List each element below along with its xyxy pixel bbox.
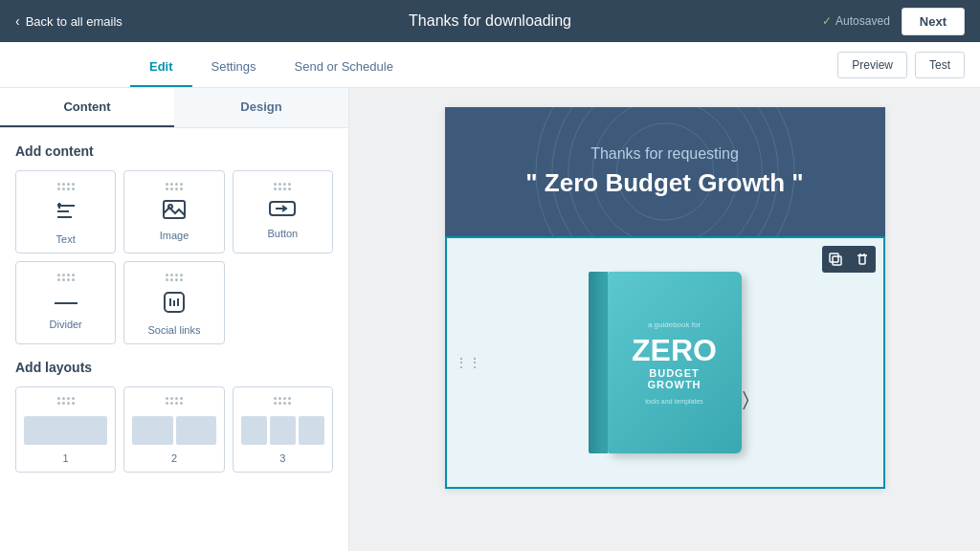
tab-edit[interactable]: Edit	[130, 59, 192, 87]
social-links-icon	[163, 291, 186, 319]
section-drag-handle[interactable]: ⋮⋮	[455, 355, 481, 370]
svg-rect-17	[833, 256, 841, 265]
tab-settings[interactable]: Settings	[192, 59, 276, 87]
layout-1-label: 1	[63, 452, 69, 464]
layout-item-1[interactable]: 1	[15, 386, 116, 473]
add-layouts-title: Add layouts	[15, 360, 333, 375]
panel-tab-content[interactable]: Content	[0, 88, 174, 127]
image-item-label: Image	[160, 230, 189, 241]
delete-section-button[interactable]	[851, 248, 874, 271]
content-item-image[interactable]: Image	[123, 170, 224, 253]
test-button[interactable]: Test	[915, 52, 965, 78]
panel-tabs: Content Design	[0, 88, 348, 128]
drag-dots	[274, 397, 291, 405]
book-budget-label: BUDGET GROWTH	[623, 367, 726, 390]
layout-3-preview	[241, 416, 324, 445]
layout-2-preview	[132, 416, 215, 445]
layout-item-2[interactable]: 2	[123, 386, 224, 473]
button-item-label: Button	[267, 228, 298, 239]
nav-title: Thanks for downloading	[409, 12, 571, 30]
drag-dots	[166, 274, 183, 281]
tab-bar: Edit Settings Send or Schedule Preview T…	[0, 42, 980, 88]
section-toolbar	[822, 246, 876, 273]
text-icon	[55, 200, 78, 228]
nav-right: ✓ Autosaved Next	[822, 8, 965, 35]
layout-3-label: 3	[279, 452, 285, 464]
drag-dots	[274, 183, 291, 190]
drag-dots	[57, 274, 75, 281]
content-items-grid: Text Image	[15, 170, 333, 253]
preview-button[interactable]: Preview	[837, 52, 907, 78]
drag-dots	[57, 397, 75, 405]
layout-2-label: 2	[171, 452, 177, 464]
drag-dots	[166, 397, 183, 405]
hero-subtext: Thanks for requesting	[474, 145, 857, 163]
top-nav: ‹ Back to all emails Thanks for download…	[0, 0, 980, 42]
email-preview: Thanks for requesting " Zero Budget Grow…	[445, 107, 885, 489]
back-link[interactable]: ‹ Back to all emails	[15, 13, 122, 29]
next-button[interactable]: Next	[902, 8, 965, 35]
book-illustration: a guidebook for ZERO BUDGET GROWTH tools…	[560, 238, 770, 487]
panel-tab-design[interactable]: Design	[174, 88, 348, 127]
button-icon	[269, 200, 296, 222]
content-item-social-links[interactable]: Social links	[123, 261, 224, 344]
tab-actions: Preview Test	[837, 52, 965, 78]
back-arrow-icon: ‹	[15, 13, 20, 29]
content-item-button[interactable]: Button	[233, 170, 333, 253]
drag-dots	[166, 183, 183, 190]
hero-maintext: " Zero Budget Growth "	[474, 168, 857, 198]
drag-dots	[57, 183, 75, 190]
text-item-label: Text	[56, 233, 76, 245]
email-book-section[interactable]: ⋮⋮	[445, 236, 885, 489]
layout-1-preview	[24, 416, 107, 445]
book-zero-label: ZERO	[632, 335, 717, 365]
add-content-title: Add content	[15, 143, 333, 159]
email-hero: Thanks for requesting " Zero Budget Grow…	[445, 107, 885, 236]
back-link-label: Back to all emails	[26, 14, 122, 29]
panel-body: Add content	[0, 128, 348, 488]
book-tools-label: tools and templates	[645, 398, 703, 405]
checkmark-icon: ✓	[822, 14, 832, 28]
layouts-grid: 1 2	[15, 386, 333, 473]
social-links-item-label: Social links	[147, 324, 200, 336]
content-item-text[interactable]: Text	[15, 170, 116, 253]
canvas-area: Thanks for requesting " Zero Budget Grow…	[349, 88, 980, 551]
content-item-divider[interactable]: Divider	[15, 261, 116, 344]
copy-section-button[interactable]	[824, 248, 847, 271]
divider-icon	[53, 291, 79, 313]
image-icon	[163, 200, 186, 224]
book-spine	[589, 272, 608, 453]
svg-rect-18	[830, 253, 838, 262]
svg-rect-19	[859, 255, 865, 264]
tab-send-or-schedule[interactable]: Send or Schedule	[276, 59, 412, 87]
content-items-grid-2: Divider	[15, 261, 333, 344]
tabs-container: Edit Settings Send or Schedule	[15, 42, 412, 87]
layout-item-3[interactable]: 3	[233, 386, 333, 473]
book-guidebook-label: a guidebook for	[648, 320, 701, 329]
left-panel: Content Design Add content	[0, 88, 349, 551]
autosaved-status: ✓ Autosaved	[822, 14, 890, 28]
book-front: a guidebook for ZERO BUDGET GROWTH tools…	[608, 272, 742, 453]
divider-item-label: Divider	[50, 319, 82, 330]
book-3d: a guidebook for ZERO BUDGET GROWTH tools…	[589, 267, 742, 458]
main-layout: Content Design Add content	[0, 88, 980, 551]
